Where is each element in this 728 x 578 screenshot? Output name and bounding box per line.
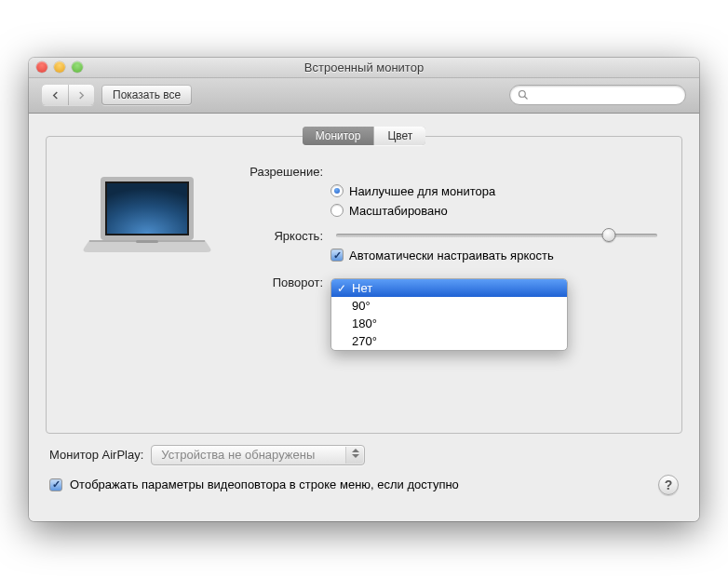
svg-rect-4 <box>107 183 187 234</box>
tab-color[interactable]: Цвет <box>373 127 425 145</box>
resolution-label: Разрешение: <box>237 165 330 179</box>
chevron-left-icon <box>51 91 60 100</box>
rotation-option-90[interactable]: 90° <box>331 297 567 315</box>
display-illustration <box>65 165 228 275</box>
airplay-value: Устройства не обнаружены <box>161 448 315 462</box>
zoom-button[interactable] <box>72 61 83 73</box>
svg-point-0 <box>519 91 526 98</box>
svg-rect-6 <box>136 240 158 243</box>
rotation-option-270[interactable]: 270° <box>331 332 567 350</box>
show-mirroring-label: Отображать параметры видеоповтора в стро… <box>70 477 459 491</box>
rotation-option-label: 270° <box>352 334 377 348</box>
window-title: Встроенный монитор <box>29 60 699 74</box>
minimize-button[interactable] <box>54 61 65 73</box>
airplay-label: Монитор AirPlay: <box>49 448 143 462</box>
svg-line-1 <box>525 97 528 100</box>
auto-brightness-checkbox[interactable]: ✓ <box>330 249 344 262</box>
show-all-label: Показать все <box>113 88 181 101</box>
content-area: Монитор Цвет <box>29 114 699 521</box>
rotation-option-label: 90° <box>352 299 371 313</box>
search-input[interactable] <box>533 88 678 101</box>
rotation-popup-menu: Нет 90° 180° 270° <box>330 278 568 351</box>
rotation-label: Поворот: <box>237 276 330 289</box>
footer: Монитор AirPlay: Устройства не обнаружен… <box>46 434 682 495</box>
resolution-scaled-radio[interactable] <box>330 204 344 217</box>
tab-label: Монитор <box>316 129 361 142</box>
search-field[interactable] <box>509 85 686 105</box>
rotation-option-label: Нет <box>352 281 372 295</box>
resolution-best-radio[interactable] <box>330 184 344 197</box>
macbook-icon <box>82 172 212 275</box>
nav-segment <box>42 85 94 105</box>
rotation-option-180[interactable]: 180° <box>331 315 567 332</box>
settings-column: Разрешение: Наилучшее для монитора <box>228 165 663 295</box>
back-button[interactable] <box>42 85 68 105</box>
airplay-popup-button[interactable]: Устройства не обнаружены <box>151 445 365 465</box>
rotation-option-none[interactable]: Нет <box>331 279 567 297</box>
resolution-scaled-label: Масштабировано <box>349 204 448 218</box>
tab-bar: Монитор Цвет <box>46 114 682 145</box>
resolution-best-label: Наилучшее для монитора <box>349 184 495 198</box>
toolbar: Показать все <box>29 78 699 114</box>
chevron-right-icon <box>77 91 86 100</box>
titlebar: Встроенный монитор <box>29 58 699 78</box>
help-button[interactable]: ? <box>658 475 679 495</box>
show-all-button[interactable]: Показать все <box>101 85 192 105</box>
tab-monitor[interactable]: Монитор <box>303 127 374 145</box>
search-icon <box>518 89 529 101</box>
auto-brightness-label: Автоматически настраивать яркость <box>349 249 554 262</box>
settings-panel: Разрешение: Наилучшее для монитора <box>46 136 682 434</box>
brightness-label: Яркость: <box>237 229 330 243</box>
popup-arrows-icon <box>352 449 359 458</box>
rotation-option-label: 180° <box>352 316 377 330</box>
preferences-window: Встроенный монитор Показать все Монитор <box>29 58 699 521</box>
brightness-slider[interactable] <box>336 234 657 237</box>
forward-button[interactable] <box>68 85 94 105</box>
tab-label: Цвет <box>387 129 412 142</box>
close-button[interactable] <box>36 61 47 73</box>
show-mirroring-checkbox[interactable]: ✓ <box>49 478 62 491</box>
window-controls <box>36 61 83 73</box>
slider-thumb[interactable] <box>602 228 616 242</box>
